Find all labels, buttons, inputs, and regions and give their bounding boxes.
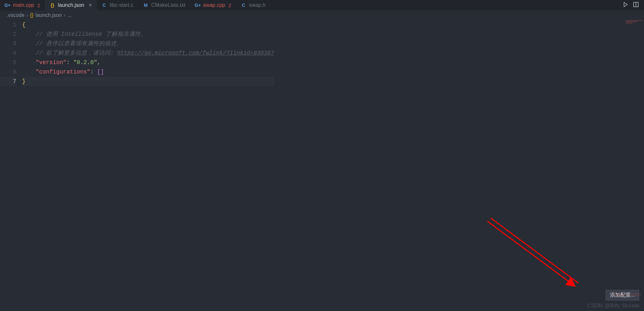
code-line: "configurations": []	[22, 67, 274, 77]
tab-swap-cpp[interactable]: G+ swap.cpp 2	[190, 0, 236, 10]
minimap[interactable]	[626, 20, 642, 25]
tab-label: CMakeLists.txt	[151, 2, 185, 8]
tab-actions	[623, 0, 644, 10]
code-line: // 使用 IntelliSense 了解相关属性。	[22, 30, 274, 39]
line-number: 6	[0, 67, 16, 77]
code-line: "version": "0.2.0",	[22, 58, 274, 67]
watermark: CSDN @Billy Sturate	[587, 303, 639, 309]
c-icon: C	[240, 2, 246, 8]
tab-label: main.cpp	[13, 2, 34, 8]
chevron-right-icon: ›	[64, 12, 65, 18]
c-icon: C	[101, 2, 107, 8]
tab-libc-start[interactable]: C libc-start.c	[97, 0, 138, 10]
close-icon[interactable]: ×	[89, 2, 92, 8]
cpp-icon: G+	[195, 2, 200, 8]
tab-label: launch.json	[58, 2, 84, 8]
cmake-icon: M	[143, 2, 148, 8]
code-line: {	[22, 20, 274, 30]
line-number: 7	[0, 77, 16, 86]
breadcrumb-file[interactable]: launch.json	[35, 12, 62, 18]
code-editor[interactable]: 1 2 3 4 5 6 7 { // 使用 IntelliSense 了解相关属…	[0, 20, 644, 311]
tab-label: swap.h	[249, 2, 265, 8]
dirty-indicator: 2	[37, 3, 40, 8]
breadcrumb[interactable]: .vscode › {} launch.json › ...	[0, 10, 644, 20]
line-number: 3	[0, 39, 16, 48]
code-content[interactable]: { // 使用 IntelliSense 了解相关属性。 // 悬停以查看现有属…	[22, 20, 277, 311]
tab-label: swap.cpp	[203, 2, 225, 8]
line-number: 2	[0, 30, 16, 39]
cpp-icon: G+	[5, 2, 10, 8]
run-icon[interactable]	[623, 2, 628, 9]
json-icon: {}	[49, 2, 55, 8]
chevron-right-icon: ›	[26, 12, 28, 18]
line-number: 4	[0, 48, 16, 58]
line-number: 5	[0, 58, 16, 67]
json-icon: {}	[30, 12, 33, 18]
line-number-gutter: 1 2 3 4 5 6 7	[0, 20, 22, 311]
line-number: 1	[0, 20, 16, 30]
tab-cmakelists[interactable]: M CMakeLists.txt	[138, 0, 190, 10]
editor-tabs: G+ main.cpp 2 {} launch.json × C libc-st…	[0, 0, 644, 10]
watermark: Yuucn.com	[612, 291, 641, 298]
code-line: // 欲了解更多信息，请访问: https://go.microsoft.com…	[22, 48, 274, 58]
breadcrumb-more[interactable]: ...	[67, 12, 71, 18]
code-line: // 悬停以查看现有属性的描述。	[22, 39, 274, 48]
tab-swap-h[interactable]: C swap.h	[236, 0, 270, 10]
tab-launch-json[interactable]: {} launch.json ×	[45, 0, 97, 10]
breadcrumb-folder[interactable]: .vscode	[6, 12, 24, 18]
tab-label: libc-start.c	[110, 2, 134, 8]
code-line: }	[22, 77, 274, 86]
dirty-indicator: 2	[228, 3, 231, 8]
tab-main-cpp[interactable]: G+ main.cpp 2	[0, 0, 45, 10]
split-editor-icon[interactable]	[633, 2, 639, 9]
